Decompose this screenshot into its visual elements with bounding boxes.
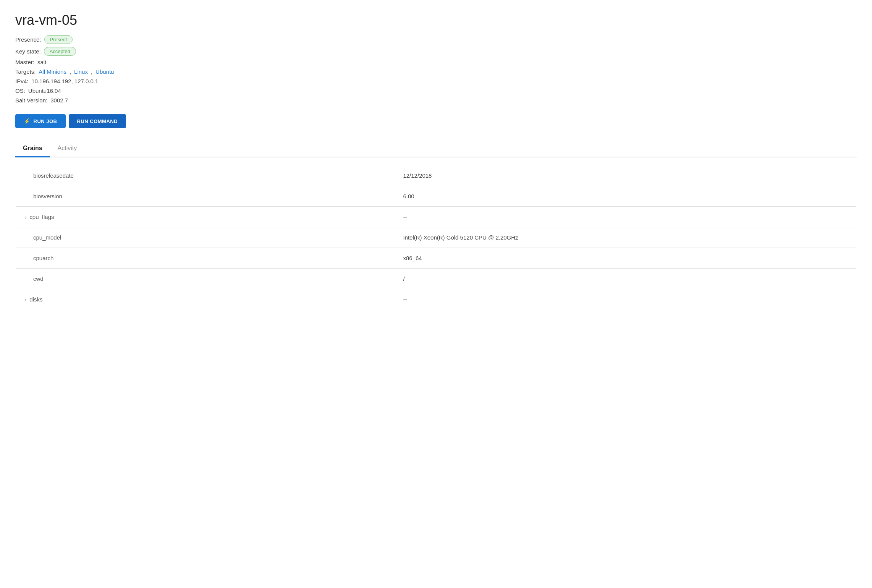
tab-grains[interactable]: Grains	[15, 140, 50, 157]
expand-icon[interactable]: ›	[25, 214, 26, 220]
grain-key: ›cpu_flags	[16, 207, 394, 227]
salt-version-label: Salt Version:	[15, 97, 47, 104]
presence-row: Presence: Present	[15, 35, 857, 44]
grain-key: biosreleasedate	[16, 165, 394, 186]
grain-value: Intel(R) Xeon(R) Gold 5120 CPU @ 2.20GHz	[394, 227, 856, 248]
table-row: ›cpu_flags--	[16, 207, 857, 227]
page-container: vra-vm-05 Presence: Present Key state: A…	[0, 0, 872, 588]
grain-value: --	[394, 289, 856, 310]
expand-icon[interactable]: ›	[25, 297, 26, 303]
grain-value: 6.00	[394, 186, 856, 207]
table-row: cwd/	[16, 269, 857, 289]
os-value: Ubuntu16.04	[28, 87, 61, 94]
presence-label: Presence:	[15, 36, 41, 43]
presence-badge: Present	[44, 35, 73, 44]
run-job-button[interactable]: ⚡ RUN JOB	[15, 114, 66, 128]
grain-value: --	[394, 207, 856, 227]
grain-key: biosversion	[16, 186, 394, 207]
table-row: cpu_modelIntel(R) Xeon(R) Gold 5120 CPU …	[16, 227, 857, 248]
run-job-label: RUN JOB	[34, 118, 57, 124]
table-row: ›disks--	[16, 289, 857, 310]
run-command-button[interactable]: RUN COMMAND	[69, 114, 126, 128]
key-state-badge: Accepted	[44, 47, 76, 56]
action-buttons: ⚡ RUN JOB RUN COMMAND	[15, 114, 857, 128]
targets-row: Targets: All Minions , Linux , Ubuntu	[15, 68, 857, 75]
table-row: biosreleasedate12/12/2018	[16, 165, 857, 186]
master-value: salt	[37, 59, 46, 65]
page-title: vra-vm-05	[15, 12, 857, 28]
master-label: Master:	[15, 59, 34, 65]
table-row: biosversion6.00	[16, 186, 857, 207]
ipv4-row: IPv4: 10.196.194.192, 127.0.0.1	[15, 78, 857, 84]
grains-table: biosreleasedate12/12/2018biosversion6.00…	[15, 165, 857, 310]
grain-value: x86_64	[394, 248, 856, 269]
key-state-row: Key state: Accepted	[15, 47, 857, 56]
table-row: cpuarchx86_64	[16, 248, 857, 269]
grain-key: cpu_model	[16, 227, 394, 248]
targets-label: Targets:	[15, 68, 36, 75]
grain-key: ›disks	[16, 289, 394, 310]
os-label: OS:	[15, 87, 25, 94]
grain-key: cwd	[16, 269, 394, 289]
target-linux[interactable]: Linux	[74, 68, 88, 75]
ipv4-label: IPv4:	[15, 78, 28, 84]
target-all-minions[interactable]: All Minions	[39, 68, 66, 75]
grain-value: 12/12/2018	[394, 165, 856, 186]
target-ubuntu[interactable]: Ubuntu	[95, 68, 114, 75]
os-row: OS: Ubuntu16.04	[15, 87, 857, 94]
tab-activity[interactable]: Activity	[50, 140, 85, 157]
key-state-label: Key state:	[15, 48, 41, 55]
grain-key: cpuarch	[16, 248, 394, 269]
lightning-icon: ⚡	[24, 118, 31, 124]
master-row: Master: salt	[15, 59, 857, 65]
salt-version-value: 3002.7	[50, 97, 68, 104]
ipv4-value: 10.196.194.192, 127.0.0.1	[31, 78, 98, 84]
grain-value: /	[394, 269, 856, 289]
tab-bar: Grains Activity	[15, 140, 857, 157]
run-command-label: RUN COMMAND	[77, 118, 118, 124]
salt-version-row: Salt Version: 3002.7	[15, 97, 857, 104]
